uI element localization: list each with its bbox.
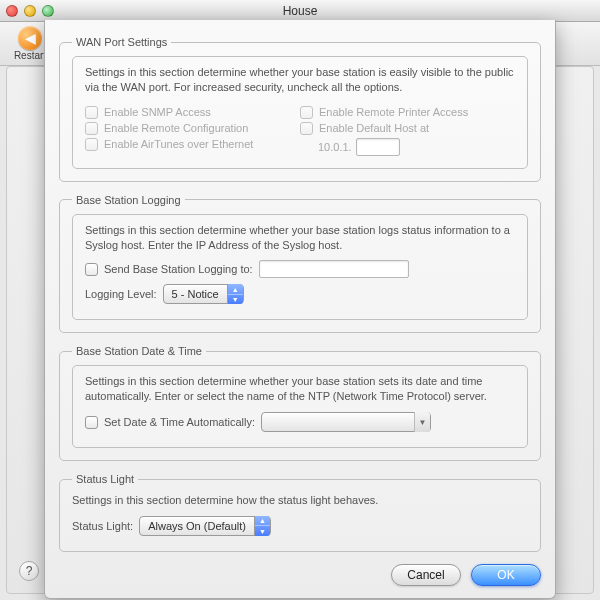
titlebar: House (0, 0, 600, 22)
default-host-ip-prefix: 10.0.1. (318, 141, 352, 153)
help-button[interactable]: ? (19, 561, 39, 581)
datetime-description: Settings in this section determine wheth… (85, 374, 515, 404)
restart-label: Restart (14, 50, 46, 61)
cancel-button[interactable]: Cancel (391, 564, 461, 586)
checkbox-send-logging[interactable] (85, 263, 98, 276)
chevron-down-icon: ▼ (414, 412, 430, 432)
checkbox-default-host[interactable] (300, 122, 313, 135)
default-host-ip-field[interactable] (356, 138, 400, 156)
checkbox-airtunes[interactable] (85, 138, 98, 151)
label-remote-config: Enable Remote Configuration (104, 122, 248, 134)
settings-sheet: WAN Port Settings Settings in this secti… (44, 20, 556, 599)
stepper-icon: ▲▼ (227, 284, 243, 304)
logging-level-select[interactable]: 5 - Notice ▲▼ (163, 284, 244, 304)
label-auto-datetime: Set Date & Time Automatically: (104, 416, 255, 428)
checkbox-printer[interactable] (300, 106, 313, 119)
logging-legend: Base Station Logging (72, 194, 185, 206)
logging-level-value: 5 - Notice (172, 288, 227, 300)
checkbox-auto-datetime[interactable] (85, 416, 98, 429)
wan-legend: WAN Port Settings (72, 36, 171, 48)
syslog-host-field[interactable] (259, 260, 409, 278)
window-title: House (0, 4, 600, 18)
datetime-section: Base Station Date & Time Settings in thi… (59, 345, 541, 461)
wan-description: Settings in this section determine wheth… (85, 65, 515, 95)
status-light-legend: Status Light (72, 473, 138, 485)
wan-section: WAN Port Settings Settings in this secti… (59, 36, 541, 182)
datetime-legend: Base Station Date & Time (72, 345, 206, 357)
checkbox-remote-config[interactable] (85, 122, 98, 135)
label-snmp: Enable SNMP Access (104, 106, 211, 118)
logging-description: Settings in this section determine wheth… (85, 223, 515, 253)
status-light-value: Always On (Default) (148, 520, 254, 532)
status-light-description: Settings in this section determine how t… (72, 493, 528, 508)
label-airtunes: Enable AirTunes over Ethernet (104, 138, 253, 150)
logging-level-label: Logging Level: (85, 288, 157, 300)
label-send-logging: Send Base Station Logging to: (104, 263, 253, 275)
back-arrow-icon: ◀ (18, 26, 42, 50)
status-light-select[interactable]: Always On (Default) ▲▼ (139, 516, 271, 536)
status-light-label: Status Light: (72, 520, 133, 532)
ok-button[interactable]: OK (471, 564, 541, 586)
label-default-host: Enable Default Host at (319, 122, 429, 134)
stepper-icon: ▲▼ (254, 516, 270, 536)
status-light-section: Status Light Settings in this section de… (59, 473, 541, 552)
label-printer: Enable Remote Printer Access (319, 106, 468, 118)
logging-section: Base Station Logging Settings in this se… (59, 194, 541, 334)
ntp-server-combo[interactable]: ▼ (261, 412, 431, 432)
checkbox-snmp[interactable] (85, 106, 98, 119)
